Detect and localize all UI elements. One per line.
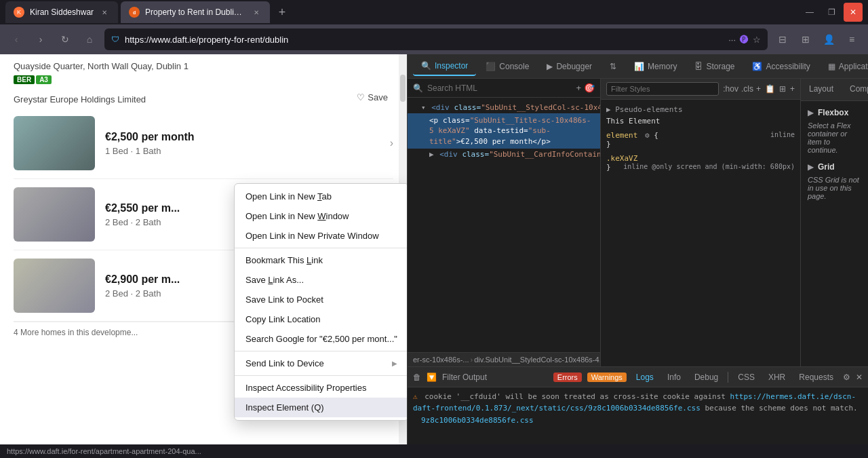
tab-layout[interactable]: Layout (801, 79, 842, 100)
home-button[interactable]: ⌂ (80, 30, 99, 49)
save-button[interactable]: ♡ Save (351, 87, 393, 108)
console-link-2[interactable]: 9z8c1006b0334de8856fe.css (421, 416, 534, 425)
html-tree-panel: 🔍 + 🎯 ▾ <div class="SubUnit__St (408, 79, 601, 366)
context-menu-bookmark[interactable]: Bookmark This Link (235, 250, 407, 270)
css-button[interactable]: CSS (734, 371, 759, 383)
context-menu-search-google[interactable]: Search Google for "€2,500 per mont..." (235, 329, 407, 349)
pseudo-elements-header[interactable]: ▶ Pseudo-elements (606, 105, 795, 114)
context-menu-save-link[interactable]: Save Link As... (235, 270, 407, 290)
forward-button[interactable]: › (31, 30, 50, 49)
devtools-tab-inspector[interactable]: 🔍 Inspector (413, 57, 476, 76)
layout-tab-label: Layout (809, 84, 833, 94)
requests-button[interactable]: Requests (795, 371, 837, 383)
grid-header[interactable]: ▶ Grid (808, 162, 861, 172)
devtools-tab-memory[interactable]: 📊 Memory (626, 58, 685, 75)
context-menu-open-new-window[interactable]: Open Link in New Window (235, 206, 407, 226)
tab-1-title: Kiran Siddeshwar (30, 7, 94, 17)
maximize-button[interactable]: ❐ (822, 3, 841, 22)
console-log-text-2: because the scheme does not match. (705, 404, 857, 413)
warnings-badge[interactable]: Warnings (587, 373, 627, 382)
page-content: Quayside Quarter, North Wall Quay, Dubli… (0, 54, 407, 444)
tab-2[interactable]: d Property to Rent in Dublin (Co... ✕ (121, 1, 270, 23)
back-button[interactable]: ‹ (7, 30, 26, 49)
devtools-toolbar: 🔍 Inspector ⬛ Console ▶ Debugger ⇅ 📊 Mem… (408, 54, 868, 79)
console-settings-icon[interactable]: ⚙ (843, 373, 850, 382)
html-val-div-class: "SubUnit__StyledCol-sc-10x486s-4 xDgcL" (481, 103, 600, 112)
container-icon[interactable]: ⊟ (773, 30, 792, 49)
devtools-tab-console[interactable]: ⬛ Console (477, 58, 537, 75)
styles-filter-input[interactable] (606, 82, 719, 96)
grid-message: CSS Grid is not in use on this page. (808, 176, 861, 200)
devtools-tab-storage[interactable]: 🗄 Storage (686, 58, 743, 75)
tab-1-close[interactable]: ✕ (99, 7, 110, 18)
refresh-button[interactable]: ↻ (56, 30, 75, 49)
computed-tab-label: Computed (850, 84, 868, 94)
context-menu-inspect[interactable]: Inspect Element (Q) (235, 398, 407, 417)
minimize-button[interactable]: — (800, 3, 819, 22)
send-device-arrow: ▶ (392, 360, 397, 367)
debug-button[interactable]: Debug (690, 371, 722, 383)
new-tab-button[interactable]: + (273, 3, 292, 22)
new-declaration-button[interactable]: + (790, 84, 795, 94)
location-text: Quayside Quarter, North Wall Quay, Dubli… (14, 61, 189, 71)
info-button[interactable]: Info (663, 371, 685, 383)
accessibility-label: Accessibility (766, 62, 810, 71)
tab-2-close[interactable]: ✕ (251, 7, 262, 18)
tab-bar: K Kiran Siddeshwar ✕ d Property to Rent … (5, 1, 797, 23)
company-row: Greystar Europe Holdings Limited ♡ Save (14, 87, 393, 108)
console-close-icon[interactable]: ✕ (856, 373, 863, 382)
address-bar-input[interactable] (125, 35, 723, 45)
save-link-label: Save Link As... (245, 275, 304, 285)
tab-computed[interactable]: Computed (842, 79, 868, 100)
cls-button[interactable]: .cls (741, 84, 753, 94)
html-node-div-outer[interactable]: ▾ <div class="SubUnit__StyledCol-sc-10x4… (408, 102, 600, 113)
hover-pseudo-button[interactable]: :hov (723, 84, 738, 94)
tab-1[interactable]: K Kiran Siddeshwar ✕ (5, 1, 118, 23)
pick-element-button[interactable]: 🎯 (584, 83, 595, 93)
devtools-tab-application[interactable]: ▦ Application (820, 58, 868, 75)
synced-tabs-icon[interactable]: ⊞ (796, 30, 815, 49)
add-rule-button[interactable]: + (756, 84, 761, 94)
close-button[interactable]: ✕ (844, 3, 863, 22)
add-node-button[interactable]: + (576, 83, 581, 93)
scrollbar-thumb[interactable] (400, 75, 406, 102)
html-node-p-highlighted[interactable]: <p class="SubUnit__Title-sc-10x486s-5 ke… (408, 113, 600, 149)
logs-button[interactable]: Logs (632, 371, 658, 383)
copy-styles-button[interactable]: 📋 (765, 84, 775, 94)
devtools-tab-accessibility[interactable]: ♿ Accessibility (744, 58, 818, 75)
trash-icon[interactable]: 🗑 (413, 373, 421, 382)
console-filter-buttons: Errors Warnings Logs Info Debug CSS XHR … (553, 371, 863, 383)
breadcrumb-1[interactable]: er-sc-10x486s-... (413, 356, 469, 364)
xhr-button[interactable]: XHR (764, 371, 789, 383)
expand-arrow: ▾ (421, 103, 426, 112)
html-tag-div: <div (431, 103, 450, 112)
html-node-div-card[interactable]: ▶ <div class="SubUnit__CardInfoContainer… (408, 149, 600, 160)
flexbox-header[interactable]: ▶ Flexbox (808, 108, 861, 117)
element-gear-icon[interactable]: ⚙ (645, 131, 650, 140)
filter-icon[interactable]: 🔽 (427, 373, 437, 382)
context-menu-copy-link[interactable]: Copy Link Location (235, 309, 407, 329)
pocket-icon[interactable]: 🅟 (740, 35, 749, 45)
styles-panel: :hov .cls + 📋 ⊞ + ▶ Pseudo-elements (601, 79, 801, 366)
context-menu-open-private[interactable]: Open Link in New Private Window (235, 226, 407, 246)
property-item-1[interactable]: €2,500 per month 1 Bed · 1 Bath › (14, 108, 393, 179)
context-menu-save-pocket[interactable]: Save Link to Pocket (235, 290, 407, 309)
account-icon[interactable]: 👤 (819, 30, 838, 49)
more-options-icon[interactable]: ··· (728, 35, 736, 45)
devtools-tab-debugger[interactable]: ▶ Debugger (538, 58, 600, 75)
console-content: ⚠ cookie '__cfduid' will be soon treated… (408, 387, 868, 444)
inspector-label: Inspector (435, 61, 468, 71)
grid-button[interactable]: ⊞ (779, 84, 786, 94)
tab-1-favicon: K (14, 7, 24, 18)
errors-badge[interactable]: Errors (553, 373, 582, 382)
context-menu-send-device[interactable]: Send Link to Device ▶ (235, 354, 407, 373)
menu-icon[interactable]: ≡ (842, 30, 861, 49)
ber-badge: BER A3 (14, 75, 393, 84)
address-bar-container[interactable]: 🛡 ··· 🅟 ☆ (104, 28, 768, 50)
breadcrumb-2[interactable]: div.SubUnit__StyledCol-sc-10x486s-4.xDgc… (474, 356, 600, 364)
context-menu-open-new-tab[interactable]: Open Link in New Tab (235, 187, 407, 206)
bookmark-star-icon[interactable]: ☆ (753, 35, 761, 45)
devtools-tab-network[interactable]: ⇅ (601, 58, 625, 75)
html-search-input[interactable] (427, 83, 572, 93)
context-menu-accessibility[interactable]: Inspect Accessibility Properties (235, 378, 407, 398)
